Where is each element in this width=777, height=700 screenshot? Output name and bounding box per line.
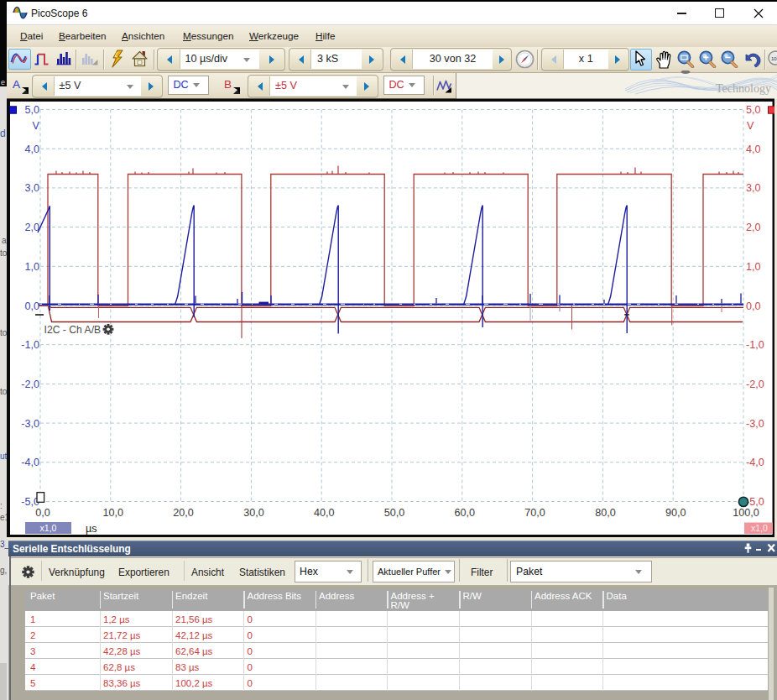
svg-text:20,0: 20,0 <box>173 507 194 519</box>
svg-text:0,0: 0,0 <box>746 300 761 312</box>
svg-text:-4,0: -4,0 <box>746 457 764 468</box>
svg-text:-3,0: -3,0 <box>21 418 39 430</box>
svg-text:-4,0: -4,0 <box>21 457 39 468</box>
svg-text:x1,0: x1,0 <box>751 523 768 533</box>
svg-text:5,0: 5,0 <box>746 104 761 116</box>
svg-text:-2,0: -2,0 <box>746 379 764 390</box>
svg-text:-1,0: -1,0 <box>746 339 764 351</box>
svg-text:10: 10 <box>771 56 777 61</box>
svg-text:-1,0: -1,0 <box>21 339 39 351</box>
svg-text:60,0: 60,0 <box>455 507 476 519</box>
svg-text:30,0: 30,0 <box>243 507 264 519</box>
svg-text:V: V <box>33 120 40 132</box>
svg-text:70,0: 70,0 <box>524 507 545 519</box>
svg-text:2,0: 2,0 <box>24 222 39 233</box>
svg-text:V: V <box>747 120 754 132</box>
svg-text:80,0: 80,0 <box>595 507 616 519</box>
svg-text:90,0: 90,0 <box>665 507 686 519</box>
svg-text:0,0: 0,0 <box>24 300 39 312</box>
svg-text:100,0: 100,0 <box>733 507 759 519</box>
svg-text:4,0: 4,0 <box>24 144 39 155</box>
svg-text:4,0: 4,0 <box>746 144 761 155</box>
svg-text:1,0: 1,0 <box>746 261 761 273</box>
svg-text:x1,0: x1,0 <box>40 523 57 533</box>
svg-text:Technology: Technology <box>716 82 771 95</box>
svg-text:µs: µs <box>86 523 97 535</box>
svg-text:0,0: 0,0 <box>35 507 50 519</box>
svg-text:3,0: 3,0 <box>746 182 761 194</box>
svg-text:-3,0: -3,0 <box>746 418 764 430</box>
svg-text:5,0: 5,0 <box>24 104 39 116</box>
svg-text:40,0: 40,0 <box>314 507 335 519</box>
svg-text:I2C - Ch A/B: I2C - Ch A/B <box>44 324 102 336</box>
svg-text:1,0: 1,0 <box>24 261 39 273</box>
svg-text:-2,0: -2,0 <box>21 379 39 390</box>
svg-text:50,0: 50,0 <box>384 507 405 519</box>
svg-text:2,0: 2,0 <box>746 222 761 233</box>
svg-text:10,0: 10,0 <box>103 507 124 519</box>
svg-text:3,0: 3,0 <box>24 182 39 194</box>
